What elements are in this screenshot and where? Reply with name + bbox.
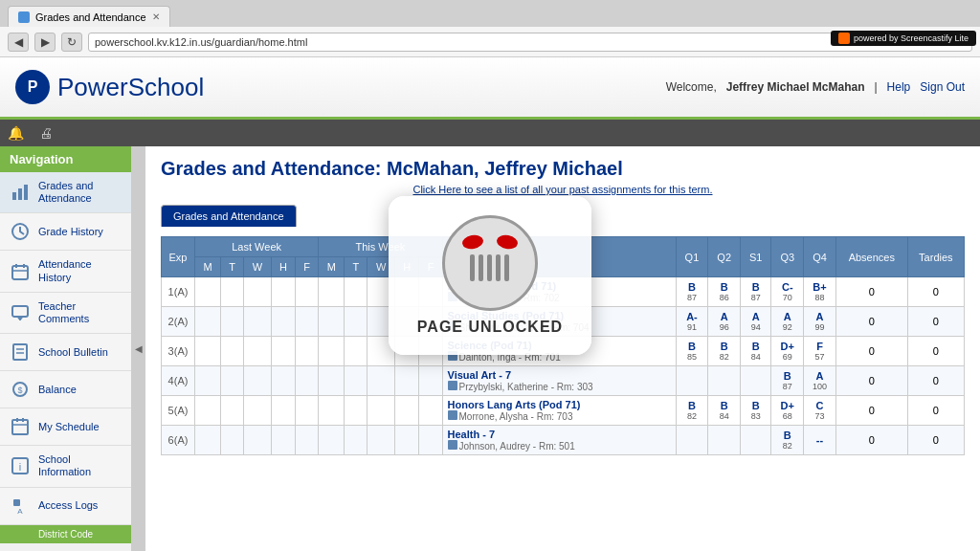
exp-cell: 2(A) — [162, 307, 195, 337]
grade-cell[interactable]: A 94 — [741, 307, 771, 337]
day-cell — [296, 426, 319, 455]
tardies-cell: 0 — [907, 366, 964, 396]
help-link[interactable]: Help — [887, 80, 911, 94]
grade-cell[interactable]: -- — [804, 426, 836, 455]
forward-button[interactable]: ▶ — [34, 33, 56, 52]
absences-cell: 0 — [835, 307, 907, 337]
sidebar-item-teacher-comments[interactable]: TeacherComments — [0, 293, 131, 334]
course-cell[interactable]: Social Studies (Pod 71) Sharkozy, Michae… — [442, 307, 676, 337]
day-m1: M — [195, 257, 221, 277]
day-cell — [244, 366, 272, 396]
day-cell — [221, 366, 244, 396]
refresh-button[interactable]: ↻ — [61, 33, 82, 52]
day-cell — [368, 337, 395, 366]
grade-cell[interactable]: B 86 — [708, 277, 741, 307]
grade-cell[interactable]: A- 91 — [676, 307, 708, 337]
day-cell — [244, 396, 272, 426]
day-cell — [319, 366, 345, 396]
back-button[interactable]: ◀ — [8, 33, 29, 52]
day-cell — [244, 307, 272, 337]
course-cell[interactable]: Health - 7 Johnson, Audrey - Rm: 501 — [442, 426, 676, 455]
absences-cell: 0 — [835, 396, 907, 426]
active-tab[interactable]: Grades and Attendance ✕ — [8, 6, 170, 27]
course-cell[interactable]: Science (Pod 71) Dainton, Inga - Rm: 701 — [442, 337, 676, 366]
sidebar-item-my-schedule[interactable]: My Schedule — [0, 408, 131, 446]
day-cell — [419, 396, 442, 426]
day-cell — [419, 307, 442, 337]
day-cell — [221, 396, 244, 426]
tab-navigation: Grades and Attendance — [161, 205, 965, 227]
day-cell — [271, 337, 296, 366]
grade-cell[interactable]: B 85 — [676, 337, 708, 366]
ps-header: P PowerSchool Welcome, Jeffrey Michael M… — [0, 57, 980, 120]
grade-cell[interactable]: D+ 69 — [771, 337, 804, 366]
day-t1: T — [221, 257, 244, 277]
sidebar-collapse-button[interactable]: ◀ — [132, 146, 145, 551]
browser-chrome: Grades and Attendance ✕ ◀ ▶ ↻ powerschoo… — [0, 0, 980, 57]
signout-link[interactable]: Sign Out — [920, 80, 965, 94]
grade-cell[interactable]: A 92 — [771, 307, 804, 337]
day-cell — [319, 426, 345, 455]
grade-cell[interactable]: B 87 — [771, 366, 804, 396]
sidebar-item-grade-history[interactable]: Grade History — [0, 213, 131, 251]
day-cell — [221, 277, 244, 307]
exp-cell: 1(A) — [162, 277, 195, 307]
day-cell — [244, 337, 272, 366]
sidebar-item-grades-attendance[interactable]: Grades andAttendance — [0, 172, 131, 213]
comment-icon — [10, 302, 31, 323]
calendar-icon — [10, 261, 31, 282]
grade-cell[interactable]: D+ 68 — [771, 396, 804, 426]
grade-cell[interactable]: F 57 — [804, 337, 836, 366]
sidebar: Navigation Grades andAttendance Grade Hi… — [0, 146, 132, 551]
grade-cell[interactable]: B 82 — [708, 337, 741, 366]
sidebar-item-school-info[interactable]: i SchoolInformation — [0, 446, 131, 487]
course-cell[interactable]: Honors Lang Arts (Pod 71) Morrone, Alysh… — [442, 396, 676, 426]
grade-cell[interactable]: A 99 — [804, 307, 836, 337]
grade-cell[interactable]: B 84 — [741, 337, 771, 366]
grade-cell[interactable]: C- 70 — [771, 277, 804, 307]
day-f2: F — [419, 257, 442, 277]
ps-logo-text: PowerSchool — [57, 73, 204, 102]
grade-cell[interactable]: B+ 88 — [804, 277, 836, 307]
day-cell — [221, 426, 244, 455]
absences-cell: 0 — [835, 337, 907, 366]
day-cell — [345, 277, 368, 307]
toolbar-icon-1[interactable]: 🔔 — [8, 125, 24, 141]
grade-cell[interactable]: B 87 — [676, 277, 708, 307]
table-row: 4(A) Visual Art - 7 Przybylski, Katherin… — [162, 366, 965, 396]
tab-close-button[interactable]: ✕ — [152, 11, 160, 22]
svg-rect-0 — [12, 192, 16, 200]
grade-cell[interactable]: B 83 — [741, 396, 771, 426]
sidebar-item-balance[interactable]: $ Balance — [0, 371, 131, 408]
day-h2: H — [394, 257, 419, 277]
toolbar-icon-2[interactable]: 🖨 — [39, 125, 53, 141]
day-w2: W — [368, 257, 395, 277]
sidebar-item-attendance-history[interactable]: AttendanceHistory — [0, 251, 131, 292]
sidebar-item-grades-label: Grades andAttendance — [38, 180, 93, 205]
assignments-link[interactable]: Click Here to see a list of all your pas… — [161, 184, 965, 195]
sidebar-item-school-bulletin[interactable]: School Bulletin — [0, 334, 131, 371]
exp-header: Exp — [162, 237, 195, 277]
ps-logo: P PowerSchool — [15, 70, 204, 104]
grade-cell[interactable]: B 82 — [676, 396, 708, 426]
day-t2: T — [345, 257, 368, 277]
day-cell — [345, 337, 368, 366]
course-header: Course — [442, 237, 676, 277]
grade-cell[interactable]: A 96 — [708, 307, 741, 337]
tab-grades-attendance[interactable]: Grades and Attendance — [161, 205, 297, 227]
course-cell[interactable]: Visual Art - 7 Przybylski, Katherine - R… — [442, 366, 676, 396]
course-cell[interactable]: Honors Math (Pod 71) Buck, Angela - Rm: … — [442, 277, 676, 307]
day-h1: H — [271, 257, 296, 277]
grade-cell[interactable]: A 100 — [804, 366, 836, 396]
day-cell — [345, 426, 368, 455]
grade-cell[interactable]: B 82 — [771, 426, 804, 455]
table-row: 3(A) Science (Pod 71) Dainton, Inga - Rm… — [162, 337, 965, 366]
sidebar-item-access-logs[interactable]: A Access Logs — [0, 488, 131, 525]
user-name: Jeffrey Michael McMahan — [726, 80, 865, 94]
grade-cell[interactable]: C 73 — [804, 396, 836, 426]
grade-cell[interactable]: B 84 — [708, 396, 741, 426]
info-icon: i — [10, 455, 31, 476]
day-w1: W — [244, 257, 272, 277]
grade-cell[interactable]: B 87 — [741, 277, 771, 307]
grade-cell — [741, 426, 771, 455]
